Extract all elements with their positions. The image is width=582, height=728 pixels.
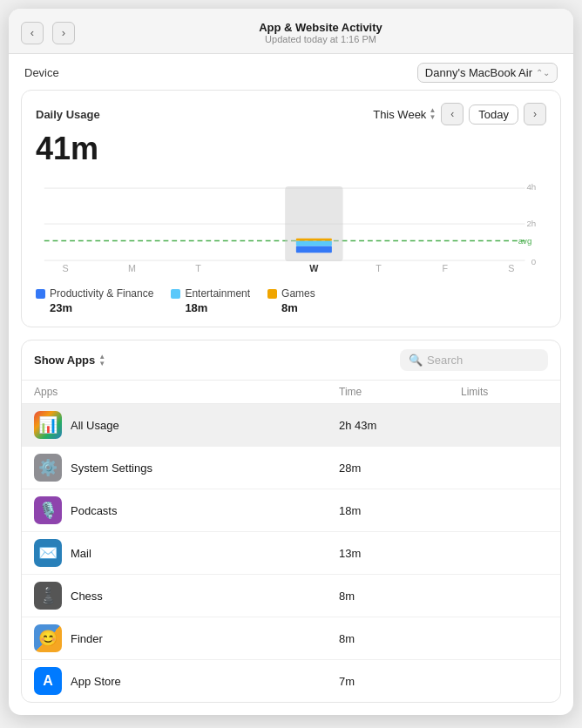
apps-section: Show Apps ▲▼ 🔍 Apps Time Limits 📊 All Us… <box>21 340 561 703</box>
app-info: ✉️ Mail <box>34 539 339 567</box>
svg-text:M: M <box>128 263 136 273</box>
show-apps-button[interactable]: Show Apps ▲▼ <box>34 354 105 367</box>
device-selector[interactable]: Danny's MacBook Air ⌃⌄ <box>417 63 558 83</box>
app-time: 28m <box>339 462 461 475</box>
usage-section: Daily Usage This Week ▲▼ ‹ Today › 41m <box>21 90 561 327</box>
table-row[interactable]: 🎙️ Podcasts 18m <box>22 489 560 532</box>
app-name: System Settings <box>71 462 152 475</box>
app-time: 7m <box>339 675 461 688</box>
back-icon: ‹ <box>30 26 34 39</box>
chart-area: 4h 2h 0 avg <box>36 174 546 279</box>
entertainment-time: 18m <box>171 301 250 314</box>
app-icon: A <box>34 667 62 695</box>
app-name: Mail <box>71 547 91 560</box>
device-name: Danny's MacBook Air <box>425 66 532 79</box>
table-row[interactable]: 😊 Finder 8m <box>22 617 560 660</box>
table-row[interactable]: ♟️ Chess 8m <box>22 575 560 617</box>
app-icon: ♟️ <box>34 582 62 610</box>
svg-text:0: 0 <box>531 257 537 266</box>
search-icon: 🔍 <box>409 354 423 367</box>
title-bar: ‹ › App & Website Activity Updated today… <box>9 9 573 54</box>
app-table: 📊 All Usage 2h 43m ⚙️ System Settings 28… <box>22 404 560 702</box>
week-arrows-icon: ▲▼ <box>429 107 436 121</box>
page-subtitle: Updated today at 1:16 PM <box>84 34 558 44</box>
svg-text:S: S <box>63 263 69 273</box>
search-input[interactable] <box>427 354 531 367</box>
forward-icon: › <box>62 26 65 39</box>
svg-text:F: F <box>442 263 448 273</box>
entertainment-dot <box>171 289 180 299</box>
svg-text:4h: 4h <box>526 182 536 192</box>
app-name: Podcasts <box>71 504 117 517</box>
app-name: Chess <box>71 590 103 603</box>
app-info: ♟️ Chess <box>34 582 339 610</box>
usage-chart: 4h 2h 0 avg <box>36 174 546 279</box>
table-row[interactable]: A App Store 7m <box>22 660 560 702</box>
app-time: 2h 43m <box>339 419 461 432</box>
svg-text:S: S <box>508 263 514 273</box>
games-label: Games <box>281 287 315 300</box>
week-label: This Week <box>373 108 426 121</box>
main-window: ‹ › App & Website Activity Updated today… <box>9 9 573 715</box>
app-info: A App Store <box>34 667 339 695</box>
svg-text:2h: 2h <box>526 219 536 228</box>
app-icon: 🎙️ <box>34 496 62 524</box>
svg-rect-11 <box>296 239 332 241</box>
week-nav: This Week ▲▼ ‹ Today › <box>373 103 546 125</box>
back-button[interactable]: ‹ <box>21 22 44 44</box>
productivity-label: Productivity & Finance <box>50 287 153 300</box>
productivity-dot <box>36 289 45 299</box>
svg-rect-10 <box>296 241 332 246</box>
app-name: All Usage <box>71 419 119 432</box>
device-label: Device <box>24 66 59 79</box>
col-limits: Limits <box>461 386 548 398</box>
svg-rect-9 <box>296 246 332 253</box>
app-icon: ✉️ <box>34 539 62 567</box>
col-time: Time <box>339 386 461 398</box>
app-info: ⚙️ System Settings <box>34 454 339 482</box>
chart-legend: Productivity & Finance 23m Entertainment… <box>22 279 560 327</box>
app-info: 🎙️ Podcasts <box>34 496 339 524</box>
table-row[interactable]: ⚙️ System Settings 28m <box>22 447 560 489</box>
app-icon: 📊 <box>34 411 62 439</box>
legend-productivity: Productivity & Finance 23m <box>36 287 153 314</box>
svg-text:T: T <box>195 263 201 273</box>
col-apps: Apps <box>34 386 339 398</box>
app-name: Finder <box>71 632 103 645</box>
prev-week-button[interactable]: ‹ <box>441 103 464 125</box>
table-row[interactable]: 📊 All Usage 2h 43m <box>22 404 560 447</box>
productivity-time: 23m <box>36 301 153 314</box>
app-info: 📊 All Usage <box>34 411 339 439</box>
legend-games: Games 8m <box>267 287 315 314</box>
app-time: 8m <box>339 590 461 603</box>
app-time: 18m <box>339 504 461 517</box>
today-button[interactable]: Today <box>469 104 518 125</box>
week-selector[interactable]: This Week ▲▼ <box>373 107 436 121</box>
page-title: App & Website Activity <box>84 21 558 34</box>
table-row[interactable]: ✉️ Mail 13m <box>22 532 560 575</box>
app-time: 13m <box>339 547 461 560</box>
device-arrow-icon: ⌃⌄ <box>536 68 550 78</box>
entertainment-label: Entertainment <box>185 287 250 300</box>
games-dot <box>267 289 277 299</box>
show-apps-arrows-icon: ▲▼ <box>98 354 105 367</box>
search-box[interactable]: 🔍 <box>400 349 548 371</box>
next-week-icon: › <box>533 108 537 120</box>
app-icon: ⚙️ <box>34 454 62 482</box>
apps-header: Show Apps ▲▼ 🔍 <box>22 340 560 381</box>
total-usage-time: 41m <box>22 129 560 174</box>
games-time: 8m <box>267 301 315 314</box>
legend-entertainment: Entertainment 18m <box>171 287 250 314</box>
title-block: App & Website Activity Updated today at … <box>84 21 558 44</box>
daily-usage-label: Daily Usage <box>36 108 100 121</box>
device-row: Device Danny's MacBook Air ⌃⌄ <box>9 54 573 90</box>
next-week-button[interactable]: › <box>524 103 546 125</box>
forward-button[interactable]: › <box>52 22 75 44</box>
svg-text:W: W <box>309 263 319 273</box>
app-time: 8m <box>339 632 461 645</box>
table-header: Apps Time Limits <box>22 381 560 404</box>
prev-week-icon: ‹ <box>450 108 454 120</box>
show-apps-label: Show Apps <box>34 354 95 367</box>
app-info: 😊 Finder <box>34 624 339 652</box>
svg-text:T: T <box>376 263 382 273</box>
